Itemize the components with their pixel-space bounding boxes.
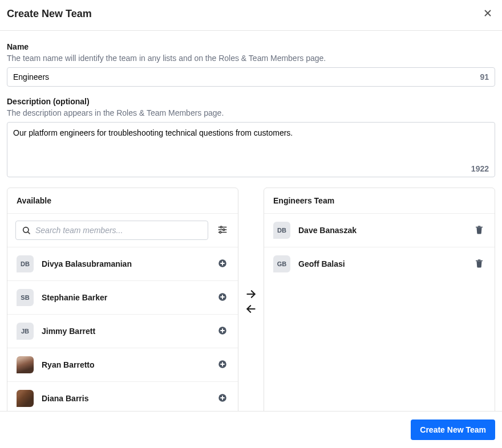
name-char-count: 91 xyxy=(480,72,489,82)
filter-button[interactable] xyxy=(215,222,230,239)
close-icon xyxy=(483,8,493,18)
name-field-group: Name The team name will identify the tea… xyxy=(7,42,495,87)
description-input[interactable]: Our platform engineers for troubleshooti… xyxy=(7,123,495,175)
member-name: Ryan Barretto xyxy=(42,360,208,369)
modal-header: Create New Team xyxy=(0,0,502,31)
description-char-count: 1922 xyxy=(471,164,489,173)
transfer-arrows xyxy=(244,188,258,411)
svg-line-3 xyxy=(28,232,30,234)
avatar xyxy=(17,390,34,407)
description-label: Description (optional) xyxy=(7,97,495,106)
add-member-button[interactable] xyxy=(216,257,229,271)
member-row[interactable]: SBStephanie Barker xyxy=(7,280,238,314)
available-panel-title: Available xyxy=(7,188,238,214)
avatar: GB xyxy=(273,255,290,272)
search-row xyxy=(7,214,238,247)
add-icon xyxy=(217,258,228,268)
svg-point-5 xyxy=(220,226,222,228)
description-field-group: Description (optional) The description a… xyxy=(7,97,495,177)
arrow-left-icon xyxy=(245,303,257,315)
member-row[interactable]: JBJimmy Barrett xyxy=(7,314,238,348)
add-icon xyxy=(217,393,228,403)
remove-member-button[interactable] xyxy=(473,223,485,238)
add-member-button[interactable] xyxy=(216,291,229,305)
search-icon xyxy=(22,226,31,235)
member-name: Stephanie Barker xyxy=(42,293,208,302)
avatar: DB xyxy=(273,222,290,239)
modal-body: Name The team name will identify the tea… xyxy=(0,31,502,411)
name-input[interactable] xyxy=(7,68,495,86)
svg-point-9 xyxy=(220,231,221,233)
add-icon xyxy=(217,292,228,302)
add-member-button[interactable] xyxy=(216,392,229,406)
name-help: The team name will identify the team in … xyxy=(7,54,495,63)
modal-title: Create New Team xyxy=(7,8,92,20)
avatar: SB xyxy=(17,289,34,306)
member-row[interactable]: Diana Barris xyxy=(7,381,238,411)
member-name: Jimmy Barrett xyxy=(42,327,208,336)
team-list[interactable]: DBDave BanaszakGBGeoff Balasi xyxy=(264,214,495,411)
add-icon xyxy=(217,325,228,336)
avatar: DB xyxy=(17,255,34,272)
create-team-button[interactable]: Create New Team xyxy=(411,420,495,440)
available-panel: Available DBDivya BalasubramanianSBSteph… xyxy=(7,188,238,411)
add-member-button[interactable] xyxy=(216,358,229,372)
remove-member-button[interactable] xyxy=(473,257,485,271)
modal-footer: Create New Team xyxy=(0,411,502,448)
description-help: The description appears in the Roles & T… xyxy=(7,108,495,117)
transfer-panels: Available DBDivya BalasubramanianSBSteph… xyxy=(7,188,495,411)
member-name: Divya Balasubramanian xyxy=(42,259,208,268)
close-button[interactable] xyxy=(480,6,495,22)
team-panel-title: Engineers Team xyxy=(264,188,495,214)
avatar: JB xyxy=(17,323,34,340)
member-name: Dave Banaszak xyxy=(298,226,465,235)
member-name: Diana Barris xyxy=(42,394,208,403)
member-row[interactable]: DBDave Banaszak xyxy=(264,214,495,247)
name-input-wrap: 91 xyxy=(7,67,495,87)
search-input[interactable] xyxy=(31,226,202,235)
trash-icon xyxy=(474,258,484,268)
member-row[interactable]: GBGeoff Balasi xyxy=(264,247,495,280)
description-input-wrap: Our platform engineers for troubleshooti… xyxy=(7,122,495,177)
arrow-right-icon xyxy=(245,288,257,300)
add-member-button[interactable] xyxy=(216,324,229,339)
add-icon xyxy=(217,359,228,369)
member-name: Geoff Balasi xyxy=(298,259,465,268)
svg-point-7 xyxy=(223,229,225,230)
filter-icon xyxy=(217,225,228,235)
available-list[interactable]: DBDivya BalasubramanianSBStephanie Barke… xyxy=(7,247,238,411)
member-row[interactable]: Ryan Barretto xyxy=(7,348,238,381)
member-row[interactable]: DBDivya Balasubramanian xyxy=(7,247,238,280)
name-label: Name xyxy=(7,42,495,51)
avatar xyxy=(17,356,34,373)
team-panel: Engineers Team DBDave BanaszakGBGeoff Ba… xyxy=(264,188,495,411)
trash-icon xyxy=(474,225,484,235)
search-wrap xyxy=(15,221,208,240)
